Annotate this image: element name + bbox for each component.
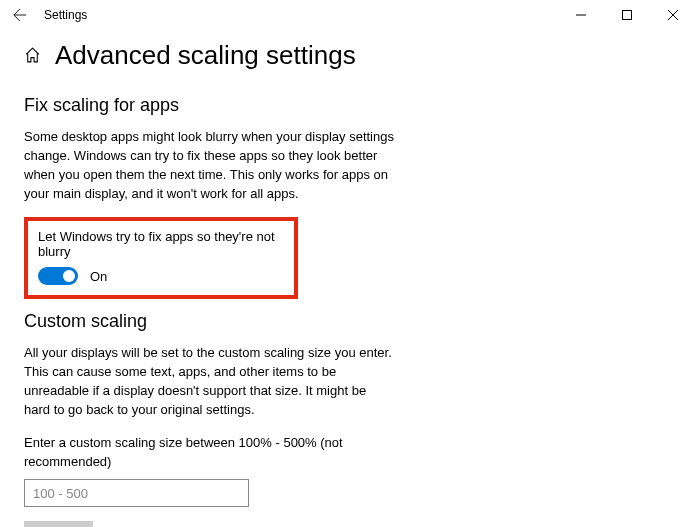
page-header: Advanced scaling settings — [24, 40, 676, 71]
arrow-left-icon — [13, 8, 27, 22]
titlebar: Settings — [0, 0, 700, 30]
custom-scaling-description: All your displays will be set to the cus… — [24, 344, 394, 419]
home-icon[interactable] — [24, 47, 41, 68]
toggle-row: On — [38, 267, 284, 285]
fix-scaling-heading: Fix scaling for apps — [24, 95, 676, 116]
minimize-button[interactable] — [558, 0, 604, 30]
toggle-knob — [63, 270, 75, 282]
fix-blurry-toggle[interactable] — [38, 267, 78, 285]
close-icon — [668, 10, 678, 20]
apply-button[interactable]: Apply — [24, 521, 93, 527]
content-area: Advanced scaling settings Fix scaling fo… — [0, 30, 700, 527]
maximize-icon — [622, 10, 632, 20]
custom-scaling-input-label: Enter a custom scaling size between 100%… — [24, 434, 394, 472]
svg-rect-1 — [623, 11, 632, 20]
page-title: Advanced scaling settings — [55, 40, 356, 71]
window-title: Settings — [44, 8, 87, 22]
fix-blurry-toggle-label: Let Windows try to fix apps so they're n… — [38, 229, 284, 259]
window-controls — [558, 0, 696, 30]
back-button[interactable] — [4, 0, 36, 30]
close-button[interactable] — [650, 0, 696, 30]
highlight-box: Let Windows try to fix apps so they're n… — [24, 217, 298, 299]
custom-scaling-input[interactable] — [24, 479, 249, 507]
maximize-button[interactable] — [604, 0, 650, 30]
minimize-icon — [576, 10, 586, 20]
toggle-state-text: On — [90, 269, 107, 284]
custom-scaling-heading: Custom scaling — [24, 311, 676, 332]
fix-scaling-description: Some desktop apps might look blurry when… — [24, 128, 394, 203]
